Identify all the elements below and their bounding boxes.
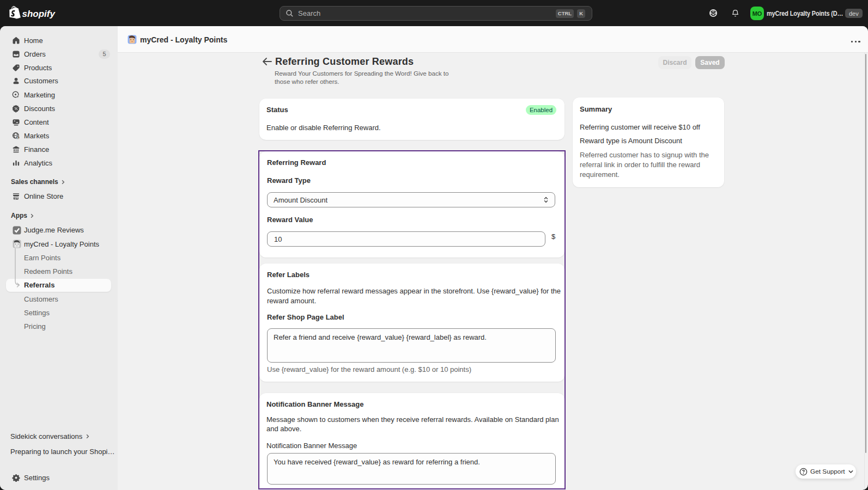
svg-text:shopify: shopify xyxy=(22,9,56,19)
